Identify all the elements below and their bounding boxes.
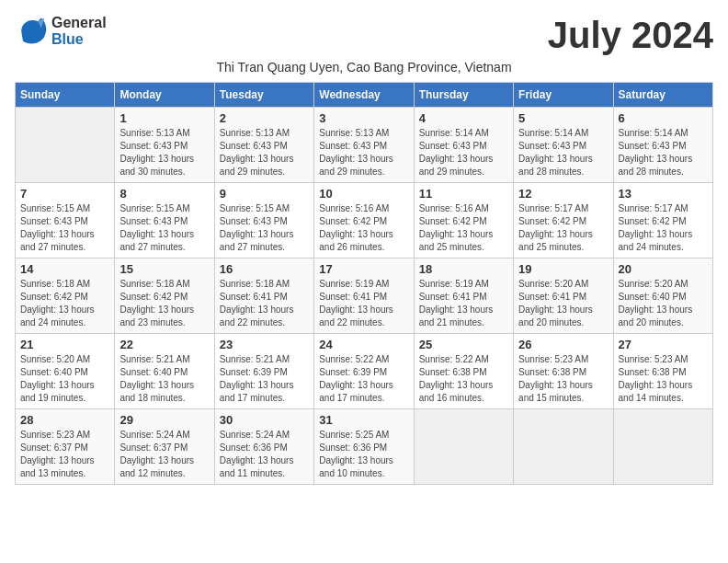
day-number: 20 [619, 262, 708, 276]
logo-text: General Blue [51, 15, 107, 48]
day-header-monday: Monday [115, 83, 214, 108]
calendar-week-row: 28Sunrise: 5:23 AM Sunset: 6:37 PM Dayli… [16, 409, 713, 485]
day-number: 23 [220, 338, 309, 351]
calendar-cell: 10Sunrise: 5:16 AM Sunset: 6:42 PM Dayli… [314, 183, 414, 259]
cell-info: Sunrise: 5:21 AM Sunset: 6:40 PM Dayligh… [119, 353, 209, 405]
calendar-cell: 24Sunrise: 5:22 AM Sunset: 6:39 PM Dayli… [314, 334, 414, 409]
day-number: 13 [619, 187, 708, 201]
day-header-friday: Friday [514, 83, 613, 108]
cell-info: Sunrise: 5:16 AM Sunset: 6:42 PM Dayligh… [419, 202, 508, 254]
calendar-week-row: 14Sunrise: 5:18 AM Sunset: 6:42 PM Dayli… [16, 259, 713, 334]
calendar-cell: 27Sunrise: 5:23 AM Sunset: 6:38 PM Dayli… [613, 334, 712, 409]
calendar-cell: 30Sunrise: 5:24 AM Sunset: 6:36 PM Dayli… [214, 409, 313, 485]
day-number: 30 [220, 413, 309, 427]
day-number: 24 [319, 338, 408, 351]
header: General Blue July 2024 [15, 15, 713, 56]
cell-info: Sunrise: 5:14 AM Sunset: 6:43 PM Dayligh… [419, 127, 508, 178]
day-header-wednesday: Wednesday [314, 83, 414, 108]
cell-info: Sunrise: 5:22 AM Sunset: 6:39 PM Dayligh… [319, 353, 408, 405]
calendar-cell: 8Sunrise: 5:15 AM Sunset: 6:43 PM Daylig… [115, 183, 214, 259]
calendar-cell: 19Sunrise: 5:20 AM Sunset: 6:41 PM Dayli… [514, 259, 613, 334]
logo: General Blue [15, 15, 107, 48]
calendar-cell: 11Sunrise: 5:16 AM Sunset: 6:42 PM Dayli… [414, 183, 513, 259]
day-number: 17 [319, 262, 408, 276]
cell-info: Sunrise: 5:23 AM Sunset: 6:37 PM Dayligh… [20, 429, 109, 480]
calendar-cell [16, 108, 115, 183]
calendar-cell: 23Sunrise: 5:21 AM Sunset: 6:39 PM Dayli… [214, 334, 313, 409]
day-number: 6 [619, 111, 708, 125]
cell-info: Sunrise: 5:19 AM Sunset: 6:41 PM Dayligh… [319, 278, 408, 329]
day-header-saturday: Saturday [613, 83, 712, 108]
cell-info: Sunrise: 5:14 AM Sunset: 6:43 PM Dayligh… [619, 127, 708, 178]
calendar-cell: 12Sunrise: 5:17 AM Sunset: 6:42 PM Dayli… [514, 183, 613, 259]
calendar-table: SundayMondayTuesdayWednesdayThursdayFrid… [15, 82, 713, 485]
calendar-header-row: SundayMondayTuesdayWednesdayThursdayFrid… [16, 83, 713, 108]
calendar-cell: 20Sunrise: 5:20 AM Sunset: 6:40 PM Dayli… [613, 259, 712, 334]
calendar-cell: 28Sunrise: 5:23 AM Sunset: 6:37 PM Dayli… [16, 409, 115, 485]
day-number: 7 [20, 187, 109, 201]
day-header-sunday: Sunday [16, 83, 115, 108]
calendar-cell: 16Sunrise: 5:18 AM Sunset: 6:41 PM Dayli… [214, 259, 313, 334]
day-number: 5 [518, 111, 608, 125]
cell-info: Sunrise: 5:18 AM Sunset: 6:42 PM Dayligh… [119, 278, 209, 329]
day-header-tuesday: Tuesday [214, 83, 313, 108]
calendar-cell: 21Sunrise: 5:20 AM Sunset: 6:40 PM Dayli… [16, 334, 115, 409]
day-number: 16 [220, 262, 309, 276]
cell-info: Sunrise: 5:18 AM Sunset: 6:41 PM Dayligh… [220, 278, 309, 329]
cell-info: Sunrise: 5:13 AM Sunset: 6:43 PM Dayligh… [319, 127, 408, 178]
cell-info: Sunrise: 5:16 AM Sunset: 6:42 PM Dayligh… [319, 202, 408, 254]
calendar-cell: 3Sunrise: 5:13 AM Sunset: 6:43 PM Daylig… [314, 108, 414, 183]
calendar-cell: 31Sunrise: 5:25 AM Sunset: 6:36 PM Dayli… [314, 409, 414, 485]
day-number: 25 [419, 338, 508, 351]
cell-info: Sunrise: 5:13 AM Sunset: 6:43 PM Dayligh… [119, 127, 209, 178]
day-number: 19 [518, 262, 608, 276]
cell-info: Sunrise: 5:17 AM Sunset: 6:42 PM Dayligh… [518, 202, 608, 254]
cell-info: Sunrise: 5:24 AM Sunset: 6:36 PM Dayligh… [220, 429, 309, 480]
calendar-cell: 14Sunrise: 5:18 AM Sunset: 6:42 PM Dayli… [16, 259, 115, 334]
calendar-cell [613, 409, 712, 485]
calendar-week-row: 21Sunrise: 5:20 AM Sunset: 6:40 PM Dayli… [16, 334, 713, 409]
day-number: 10 [319, 187, 408, 201]
calendar-cell: 5Sunrise: 5:14 AM Sunset: 6:43 PM Daylig… [514, 108, 613, 183]
logo-icon [15, 15, 48, 48]
cell-info: Sunrise: 5:17 AM Sunset: 6:42 PM Dayligh… [619, 202, 708, 254]
cell-info: Sunrise: 5:20 AM Sunset: 6:40 PM Dayligh… [619, 278, 708, 329]
calendar-cell: 2Sunrise: 5:13 AM Sunset: 6:43 PM Daylig… [214, 108, 313, 183]
day-number: 28 [20, 413, 109, 427]
day-number: 27 [619, 338, 708, 351]
day-number: 3 [319, 111, 408, 125]
calendar-cell: 6Sunrise: 5:14 AM Sunset: 6:43 PM Daylig… [613, 108, 712, 183]
day-number: 4 [419, 111, 508, 125]
cell-info: Sunrise: 5:14 AM Sunset: 6:43 PM Dayligh… [518, 127, 608, 178]
day-number: 8 [119, 187, 209, 201]
calendar-cell: 4Sunrise: 5:14 AM Sunset: 6:43 PM Daylig… [414, 108, 513, 183]
calendar-cell: 15Sunrise: 5:18 AM Sunset: 6:42 PM Dayli… [115, 259, 214, 334]
calendar-cell: 25Sunrise: 5:22 AM Sunset: 6:38 PM Dayli… [414, 334, 513, 409]
day-number: 29 [119, 413, 209, 427]
calendar-cell: 17Sunrise: 5:19 AM Sunset: 6:41 PM Dayli… [314, 259, 414, 334]
cell-info: Sunrise: 5:23 AM Sunset: 6:38 PM Dayligh… [518, 353, 608, 405]
day-number: 21 [20, 338, 109, 351]
cell-info: Sunrise: 5:19 AM Sunset: 6:41 PM Dayligh… [419, 278, 508, 329]
day-number: 15 [119, 262, 209, 276]
calendar-cell: 9Sunrise: 5:15 AM Sunset: 6:43 PM Daylig… [214, 183, 313, 259]
day-header-thursday: Thursday [414, 83, 513, 108]
day-number: 26 [518, 338, 608, 351]
calendar-cell: 29Sunrise: 5:24 AM Sunset: 6:37 PM Dayli… [115, 409, 214, 485]
day-number: 14 [20, 262, 109, 276]
cell-info: Sunrise: 5:13 AM Sunset: 6:43 PM Dayligh… [220, 127, 309, 178]
calendar-cell: 26Sunrise: 5:23 AM Sunset: 6:38 PM Dayli… [514, 334, 613, 409]
day-number: 31 [319, 413, 408, 427]
cell-info: Sunrise: 5:24 AM Sunset: 6:37 PM Dayligh… [119, 429, 209, 480]
day-number: 22 [119, 338, 209, 351]
cell-info: Sunrise: 5:20 AM Sunset: 6:41 PM Dayligh… [518, 278, 608, 329]
day-number: 1 [119, 111, 209, 125]
calendar-cell: 22Sunrise: 5:21 AM Sunset: 6:40 PM Dayli… [115, 334, 214, 409]
day-number: 12 [518, 187, 608, 201]
cell-info: Sunrise: 5:21 AM Sunset: 6:39 PM Dayligh… [220, 353, 309, 405]
cell-info: Sunrise: 5:15 AM Sunset: 6:43 PM Dayligh… [119, 202, 209, 254]
day-number: 18 [419, 262, 508, 276]
day-number: 2 [220, 111, 309, 125]
calendar-cell [414, 409, 513, 485]
day-number: 11 [419, 187, 508, 201]
